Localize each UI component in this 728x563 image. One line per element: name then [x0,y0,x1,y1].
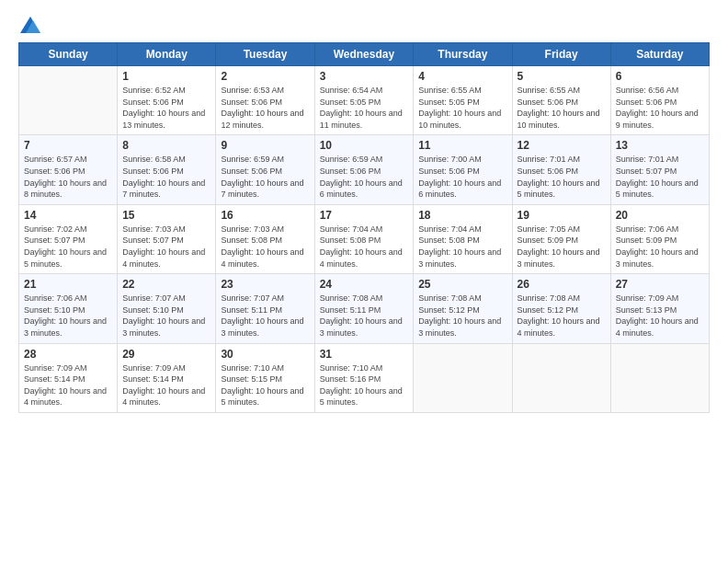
day-number: 12 [518,139,606,152]
calendar-cell: 6Sunrise: 6:56 AMSunset: 5:06 PMDaylight… [610,66,709,135]
day-number: 28 [24,348,112,361]
calendar-cell [19,66,118,135]
day-info: Sunrise: 7:03 AMSunset: 5:07 PMDaylight:… [122,224,210,270]
day-number: 16 [221,209,309,222]
day-number: 10 [320,139,409,152]
day-number: 8 [122,139,210,152]
day-number: 9 [221,139,309,152]
day-info: Sunrise: 6:55 AMSunset: 5:06 PMDaylight:… [518,85,606,131]
column-header-wednesday: Wednesday [314,43,414,66]
day-info: Sunrise: 7:08 AMSunset: 5:12 PMDaylight:… [418,293,506,339]
calendar-cell: 27Sunrise: 7:09 AMSunset: 5:13 PMDayligh… [610,274,709,343]
day-info: Sunrise: 7:04 AMSunset: 5:08 PMDaylight:… [418,224,506,270]
day-number: 15 [122,209,210,222]
calendar-cell: 29Sunrise: 7:09 AMSunset: 5:14 PMDayligh… [118,343,216,412]
day-number: 29 [122,348,210,361]
column-header-monday: Monday [118,43,216,66]
calendar-cell: 17Sunrise: 7:04 AMSunset: 5:08 PMDayligh… [314,204,414,273]
calendar-cell: 11Sunrise: 7:00 AMSunset: 5:06 PMDayligh… [414,135,512,204]
calendar-cell: 15Sunrise: 7:03 AMSunset: 5:07 PMDayligh… [118,204,216,273]
calendar-cell: 7Sunrise: 6:57 AMSunset: 5:06 PMDaylight… [19,135,118,204]
day-number: 30 [221,348,309,361]
day-info: Sunrise: 7:09 AMSunset: 5:13 PMDaylight:… [616,293,704,339]
day-info: Sunrise: 7:02 AMSunset: 5:07 PMDaylight:… [24,224,112,270]
calendar-week-row: 1Sunrise: 6:52 AMSunset: 5:06 PMDaylight… [19,66,710,135]
day-info: Sunrise: 7:08 AMSunset: 5:11 PMDaylight:… [320,293,409,339]
column-header-friday: Friday [512,43,610,66]
day-info: Sunrise: 7:01 AMSunset: 5:07 PMDaylight:… [616,154,704,200]
day-info: Sunrise: 7:07 AMSunset: 5:11 PMDaylight:… [221,293,309,339]
day-number: 14 [24,209,112,222]
calendar-cell: 14Sunrise: 7:02 AMSunset: 5:07 PMDayligh… [19,204,118,273]
day-number: 1 [122,70,210,83]
day-number: 27 [616,278,704,291]
column-header-thursday: Thursday [414,43,512,66]
calendar-cell [414,343,512,412]
day-info: Sunrise: 7:01 AMSunset: 5:06 PMDaylight:… [518,154,606,200]
calendar-cell: 24Sunrise: 7:08 AMSunset: 5:11 PMDayligh… [314,274,414,343]
day-info: Sunrise: 6:58 AMSunset: 5:06 PMDaylight:… [122,154,210,200]
calendar-cell: 10Sunrise: 6:59 AMSunset: 5:06 PMDayligh… [314,135,414,204]
day-info: Sunrise: 6:59 AMSunset: 5:06 PMDaylight:… [320,154,409,200]
day-info: Sunrise: 6:53 AMSunset: 5:06 PMDaylight:… [221,85,309,131]
calendar-cell: 28Sunrise: 7:09 AMSunset: 5:14 PMDayligh… [19,343,118,412]
day-number: 21 [24,278,112,291]
calendar-table: SundayMondayTuesdayWednesdayThursdayFrid… [18,42,710,413]
day-number: 25 [418,278,506,291]
day-number: 31 [320,348,409,361]
day-info: Sunrise: 7:08 AMSunset: 5:12 PMDaylight:… [518,293,606,339]
column-header-tuesday: Tuesday [216,43,314,66]
day-info: Sunrise: 6:57 AMSunset: 5:06 PMDaylight:… [24,154,112,200]
calendar-cell: 31Sunrise: 7:10 AMSunset: 5:16 PMDayligh… [314,343,414,412]
day-info: Sunrise: 7:10 AMSunset: 5:15 PMDaylight:… [221,362,309,408]
day-number: 2 [221,70,309,83]
calendar-cell: 18Sunrise: 7:04 AMSunset: 5:08 PMDayligh… [414,204,512,273]
day-info: Sunrise: 7:09 AMSunset: 5:14 PMDaylight:… [24,362,112,408]
calendar-cell: 21Sunrise: 7:06 AMSunset: 5:10 PMDayligh… [19,274,118,343]
page: SundayMondayTuesdayWednesdayThursdayFrid… [0,0,728,563]
day-info: Sunrise: 7:07 AMSunset: 5:10 PMDaylight:… [122,293,210,339]
calendar-cell: 25Sunrise: 7:08 AMSunset: 5:12 PMDayligh… [414,274,512,343]
day-number: 17 [320,209,409,222]
day-info: Sunrise: 7:10 AMSunset: 5:16 PMDaylight:… [320,362,409,408]
day-number: 7 [24,139,112,152]
day-number: 22 [122,278,210,291]
day-info: Sunrise: 6:59 AMSunset: 5:06 PMDaylight:… [221,154,309,200]
day-number: 18 [418,209,506,222]
day-number: 3 [320,70,409,83]
day-number: 19 [518,209,606,222]
calendar-cell [610,343,709,412]
calendar-cell: 16Sunrise: 7:03 AMSunset: 5:08 PMDayligh… [216,204,314,273]
calendar-cell: 1Sunrise: 6:52 AMSunset: 5:06 PMDaylight… [118,66,216,135]
day-number: 26 [518,278,606,291]
calendar-week-row: 7Sunrise: 6:57 AMSunset: 5:06 PMDaylight… [19,135,710,204]
day-info: Sunrise: 6:52 AMSunset: 5:06 PMDaylight:… [122,85,210,131]
day-number: 5 [518,70,606,83]
day-info: Sunrise: 6:56 AMSunset: 5:06 PMDaylight:… [616,85,704,131]
calendar-cell: 4Sunrise: 6:55 AMSunset: 5:05 PMDaylight… [414,66,512,135]
calendar-week-row: 28Sunrise: 7:09 AMSunset: 5:14 PMDayligh… [19,343,710,412]
day-info: Sunrise: 7:04 AMSunset: 5:08 PMDaylight:… [320,224,409,270]
logo [18,17,40,33]
day-number: 23 [221,278,309,291]
calendar-cell: 19Sunrise: 7:05 AMSunset: 5:09 PMDayligh… [512,204,610,273]
day-info: Sunrise: 7:06 AMSunset: 5:10 PMDaylight:… [24,293,112,339]
calendar-cell: 26Sunrise: 7:08 AMSunset: 5:12 PMDayligh… [512,274,610,343]
header [18,17,710,33]
day-number: 20 [616,209,704,222]
calendar-cell: 12Sunrise: 7:01 AMSunset: 5:06 PMDayligh… [512,135,610,204]
calendar-cell [512,343,610,412]
calendar-cell: 22Sunrise: 7:07 AMSunset: 5:10 PMDayligh… [118,274,216,343]
day-number: 6 [616,70,704,83]
calendar-cell: 3Sunrise: 6:54 AMSunset: 5:05 PMDaylight… [314,66,414,135]
day-info: Sunrise: 7:00 AMSunset: 5:06 PMDaylight:… [418,154,506,200]
column-header-sunday: Sunday [19,43,118,66]
day-info: Sunrise: 7:03 AMSunset: 5:08 PMDaylight:… [221,224,309,270]
day-number: 24 [320,278,409,291]
calendar-cell: 8Sunrise: 6:58 AMSunset: 5:06 PMDaylight… [118,135,216,204]
day-info: Sunrise: 6:55 AMSunset: 5:05 PMDaylight:… [418,85,506,131]
calendar-cell: 23Sunrise: 7:07 AMSunset: 5:11 PMDayligh… [216,274,314,343]
calendar-cell: 9Sunrise: 6:59 AMSunset: 5:06 PMDaylight… [216,135,314,204]
day-info: Sunrise: 7:05 AMSunset: 5:09 PMDaylight:… [518,224,606,270]
calendar-cell: 20Sunrise: 7:06 AMSunset: 5:09 PMDayligh… [610,204,709,273]
